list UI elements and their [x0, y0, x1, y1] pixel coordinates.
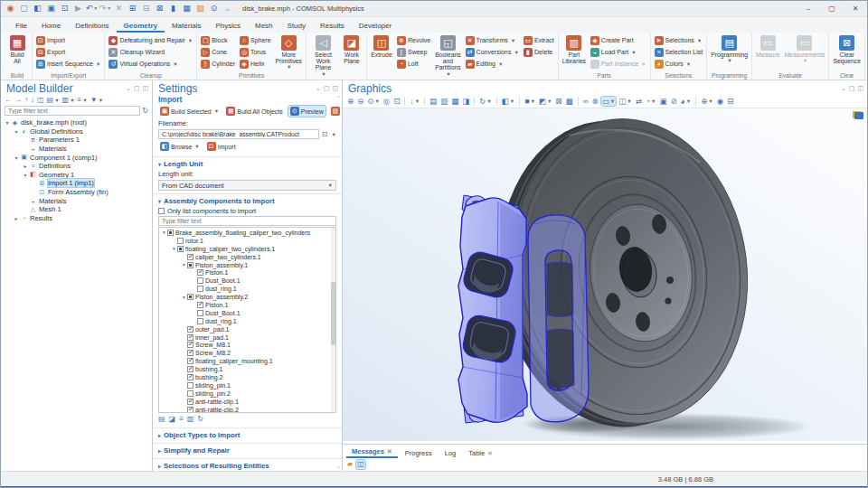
cut-icon[interactable]: ✕: [113, 3, 125, 14]
assembly-tree-node[interactable]: Screw_M8.2: [159, 349, 335, 357]
tree-node[interactable]: ◒Materials: [1, 196, 152, 205]
tree-node[interactable]: ▾◐Global Definitions: [1, 127, 152, 136]
assembly-tree-node[interactable]: ▾floating_caliper_two_cylinders.1: [159, 245, 335, 253]
tree-view-icon[interactable]: ▤▼: [47, 97, 60, 104]
loft-button[interactable]: ◔Loft: [395, 58, 432, 70]
component-checkbox[interactable]: [187, 358, 193, 364]
delete-button[interactable]: ▮Delete: [522, 46, 556, 58]
section-assembly-components[interactable]: ▾Assembly Components to Import: [153, 196, 342, 206]
tab-file[interactable]: File: [8, 19, 34, 33]
tree-expander-icon[interactable]: ▾: [181, 295, 187, 300]
tab-definitions[interactable]: Definitions: [68, 19, 116, 33]
close-icon[interactable]: ✕: [387, 448, 392, 455]
delete-icon[interactable]: ▮: [167, 3, 179, 14]
scene-light-icon[interactable]: ◧▼: [501, 97, 515, 106]
panel-controls[interactable]: ⌄▢◫: [841, 85, 863, 92]
zoom-out-icon[interactable]: ⊖: [356, 97, 364, 106]
defeaturing-and-repair-button[interactable]: ◆Defeaturing and Repair▼: [107, 34, 194, 46]
color-icon[interactable]: ■▼: [524, 97, 536, 106]
model-filter-input[interactable]: [5, 106, 140, 116]
component-checkbox[interactable]: [187, 254, 193, 260]
back-icon[interactable]: ←: [5, 97, 12, 104]
component-checkbox[interactable]: [197, 310, 203, 316]
tab-progress[interactable]: Progress: [400, 447, 438, 458]
tree-expander-icon[interactable]: ▾: [171, 246, 177, 251]
component-checkbox[interactable]: [197, 277, 203, 284]
component-checkbox[interactable]: [187, 326, 193, 333]
selections-button[interactable]: ➤Selections▼: [653, 34, 705, 46]
tree-expander-icon[interactable]: ▾: [22, 172, 29, 178]
minimize-button[interactable]: –: [797, 1, 820, 16]
view-xy-icon[interactable]: ▤: [429, 97, 438, 106]
new-icon[interactable]: ▢: [18, 3, 30, 14]
load-part-button[interactable]: ◒Load Part▼: [589, 46, 648, 58]
run-icon[interactable]: ▶: [72, 3, 84, 14]
customize-icon[interactable]: ⌄: [222, 3, 233, 14]
cone-button[interactable]: ▷Cone: [199, 46, 237, 58]
import-button[interactable]: ⊡Import: [34, 34, 102, 46]
tree-node[interactable]: △Mesh 1: [1, 205, 152, 214]
component-checkbox[interactable]: [167, 230, 174, 236]
tab-results[interactable]: Results: [313, 19, 352, 33]
booleans-and-partitions-button[interactable]: ◱Booleans and Partitions▼: [433, 34, 462, 79]
cleanup-wizard-button[interactable]: ✕Cleanup Wizard: [107, 46, 194, 58]
tree-expander-icon[interactable]: ▾: [161, 230, 167, 235]
assembly-tree-node[interactable]: caliper_two_cylinders.1: [159, 253, 335, 261]
part-libraries-button[interactable]: ▥Part Libraries: [561, 34, 588, 65]
assembly-tree-node[interactable]: inner_pad.1: [159, 333, 335, 342]
build-selected-button[interactable]: ▣Build Selected▼: [158, 106, 221, 117]
copy-icon[interactable]: ⊞: [127, 3, 138, 14]
section-object-types-to-import[interactable]: ▸Object Types to Import: [153, 430, 342, 440]
refresh-icon[interactable]: ↻: [142, 107, 148, 115]
transforms-button[interactable]: ✕Transforms▼: [464, 34, 521, 46]
redo-icon[interactable]: ↷▼: [99, 3, 111, 14]
assembly-tree-node[interactable]: dust_ring.1: [159, 317, 335, 325]
build-all-objects-button[interactable]: ▦Build All Objects: [224, 106, 285, 117]
close-button[interactable]: ✕: [844, 1, 867, 16]
save-icon[interactable]: ▣: [45, 3, 57, 14]
tab-home[interactable]: Home: [34, 19, 68, 33]
programming-button[interactable]: ▤Programming▼: [709, 34, 750, 65]
section-length-unit[interactable]: ▾Length Unit: [153, 159, 342, 169]
assembly-tree-node[interactable]: anti-rattle-clip.2: [159, 406, 335, 413]
pin-icon[interactable]: ◫: [332, 85, 338, 92]
component-checkbox[interactable]: [187, 399, 193, 405]
undo-icon[interactable]: ↶▼: [86, 3, 98, 14]
tree-node[interactable]: ▾▣Component 1 (comp1): [1, 153, 152, 162]
panel-controls[interactable]: ⌄▢◫: [316, 85, 338, 92]
revolve-button[interactable]: ⊕Revolve: [395, 34, 432, 46]
component-checkbox[interactable]: [197, 269, 203, 276]
flip-view-icon[interactable]: ◨: [461, 97, 470, 106]
refresh-tree-icon[interactable]: ↻: [197, 416, 203, 423]
pin-icon[interactable]: ◫: [142, 85, 148, 92]
tab-materials[interactable]: Materials: [165, 19, 208, 33]
expand-icon[interactable]: ≡: [179, 416, 184, 423]
component-checkbox[interactable]: [187, 262, 193, 268]
editing-button[interactable]: ▰Editing▼: [464, 58, 521, 70]
tree-expander-icon[interactable]: ▾: [181, 262, 187, 267]
component-checkbox[interactable]: [177, 238, 184, 244]
tab-geometry[interactable]: Geometry: [117, 19, 165, 33]
collapse-icon[interactable]: ◫: [37, 97, 44, 104]
more-primitives-button[interactable]: ◇More Primitives▼: [274, 34, 304, 72]
component-checkbox[interactable]: [187, 342, 193, 348]
assembly-tree-node[interactable]: Screw_M8.1: [159, 341, 335, 349]
tree-node[interactable]: ◒Materials: [1, 145, 152, 154]
clear-sequence-button[interactable]: ⊠Clear Sequence: [831, 34, 863, 65]
orientation-icon[interactable]: ▭▼: [601, 97, 616, 106]
material-render-icon[interactable]: ◩▼: [538, 97, 552, 106]
sphere-button[interactable]: ○Sphere: [238, 34, 273, 46]
assembly-tree-node[interactable]: sliding_pin.1: [159, 381, 335, 389]
wireframe-icon[interactable]: ▩: [564, 97, 573, 106]
duplicate-icon[interactable]: ⊠: [154, 3, 165, 14]
uncheck-icon[interactable]: ◪: [169, 416, 176, 423]
zoom-in-icon[interactable]: ⊕: [346, 97, 354, 106]
assembly-tree-node[interactable]: bushing.2: [159, 373, 335, 381]
tree-node[interactable]: πParameters 1: [1, 136, 152, 145]
check-all-icon[interactable]: ▤: [158, 416, 165, 423]
import-button[interactable]: ⊡Import: [205, 141, 238, 152]
chevron-down-icon[interactable]: ⌄: [841, 85, 846, 92]
extract-button[interactable]: ▭Extract: [522, 34, 556, 46]
clear-messages-icon[interactable]: ▰: [346, 460, 354, 469]
tab-study[interactable]: Study: [280, 19, 313, 33]
